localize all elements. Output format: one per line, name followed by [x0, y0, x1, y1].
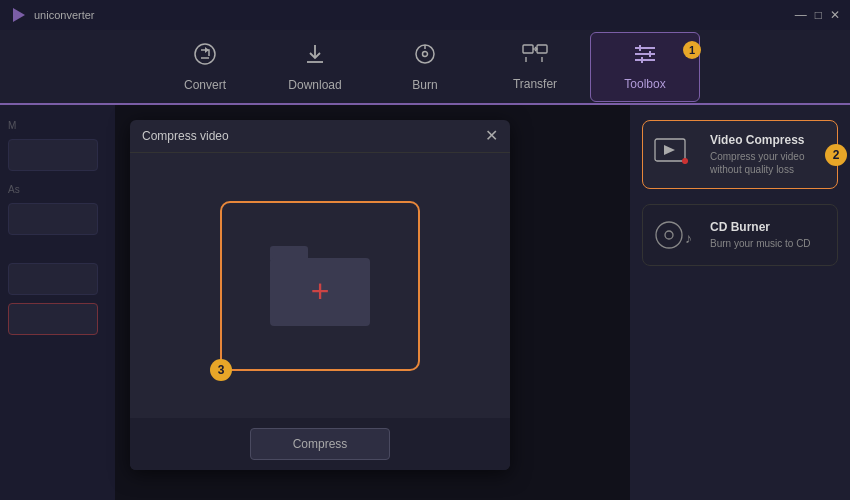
transfer-icon: [522, 43, 548, 71]
svg-point-6: [423, 51, 428, 56]
toolbox-label: Toolbox: [624, 77, 665, 91]
compress-button[interactable]: Compress: [250, 428, 390, 460]
svg-marker-20: [664, 145, 675, 155]
app-logo-icon: [10, 6, 28, 24]
dialog-footer: Compress: [130, 418, 510, 470]
toolbox-badge: 1: [683, 41, 701, 59]
file-drop-area[interactable]: + 3: [220, 201, 420, 371]
sidebar-label-a: As: [8, 184, 107, 195]
nav-item-transfer[interactable]: Transfer: [480, 32, 590, 102]
sidebar-btn-4: [8, 303, 98, 335]
compress-video-dialog: Compress video ✕ + 3 Compress: [130, 120, 510, 470]
svg-marker-0: [13, 8, 25, 22]
nav-bar: Convert Download Burn: [0, 30, 850, 105]
burn-icon: [413, 42, 437, 72]
video-compress-desc: Compress your video without quality loss: [710, 150, 827, 176]
convert-icon: [193, 42, 217, 72]
dialog-close-button[interactable]: ✕: [485, 128, 498, 144]
svg-point-24: [656, 222, 682, 248]
cd-burner-info: CD Burner Burn your music to CD: [710, 220, 827, 250]
app-name: uniconverter: [34, 9, 95, 21]
download-label: Download: [288, 78, 341, 92]
drop-area-badge: 3: [210, 359, 232, 381]
title-bar-controls: — □ ✕: [795, 8, 840, 22]
dialog-body: + 3: [130, 153, 510, 418]
video-compress-badge: 2: [825, 144, 847, 166]
cd-burner-desc: Burn your music to CD: [710, 237, 827, 250]
convert-label: Convert: [184, 78, 226, 92]
dialog-header: Compress video ✕: [130, 120, 510, 153]
main-content: M As Compress video ✕ +: [0, 105, 850, 500]
video-compress-icon: [653, 137, 698, 173]
svg-rect-9: [537, 45, 547, 53]
svg-text:♪: ♪: [685, 230, 692, 246]
dialog-title: Compress video: [142, 129, 229, 143]
svg-rect-8: [523, 45, 533, 53]
sidebar-btn-1: [8, 139, 98, 171]
sidebar-label-m: M: [8, 120, 107, 131]
cd-burner-title: CD Burner: [710, 220, 827, 234]
nav-item-convert[interactable]: Convert: [150, 32, 260, 102]
video-compress-card[interactable]: Video Compress Compress your video witho…: [642, 120, 838, 189]
minimize-button[interactable]: —: [795, 8, 807, 22]
title-bar-left: uniconverter: [10, 6, 95, 24]
close-button[interactable]: ✕: [830, 8, 840, 22]
folder-plus-icon: +: [270, 258, 370, 326]
title-bar: uniconverter — □ ✕: [0, 0, 850, 30]
toolbox-icon: [632, 43, 658, 71]
sidebar-btn-2: [8, 203, 98, 235]
video-compress-title: Video Compress: [710, 133, 827, 147]
maximize-button[interactable]: □: [815, 8, 822, 22]
nav-item-burn[interactable]: Burn: [370, 32, 480, 102]
nav-item-toolbox[interactable]: Toolbox 1: [590, 32, 700, 102]
center-area: Compress video ✕ + 3 Compress: [115, 105, 630, 500]
burn-label: Burn: [412, 78, 437, 92]
sidebar-btn-3: [8, 263, 98, 295]
cd-burner-icon: ♪: [653, 217, 698, 253]
video-compress-info: Video Compress Compress your video witho…: [710, 133, 827, 176]
cd-burner-card[interactable]: ♪ CD Burner Burn your music to CD: [642, 204, 838, 266]
folder-icon: +: [270, 246, 370, 326]
svg-point-25: [665, 231, 673, 239]
left-sidebar: M As: [0, 105, 115, 500]
transfer-label: Transfer: [513, 77, 557, 91]
download-icon: [303, 42, 327, 72]
right-panel: Video Compress Compress your video witho…: [630, 105, 850, 500]
nav-item-download[interactable]: Download: [260, 32, 370, 102]
